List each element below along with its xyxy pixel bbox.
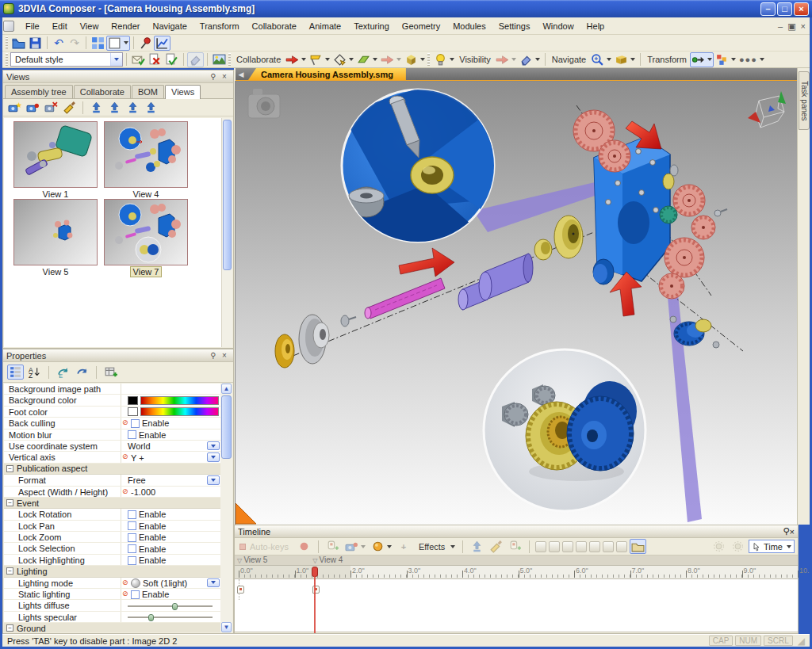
tab-collaborate[interactable]: Collaborate (74, 85, 131, 98)
collapse-icon[interactable]: − (6, 499, 13, 506)
dropdown-arrow-icon[interactable] (207, 578, 220, 587)
tab-views[interactable]: Views (165, 85, 201, 99)
callout-annotation-button[interactable] (308, 52, 331, 67)
timeline-ghost-button[interactable] (507, 539, 523, 554)
refresh-properties-button[interactable] (74, 365, 90, 380)
effect-ball-button[interactable] (370, 539, 393, 554)
menu-render[interactable]: Render (105, 19, 146, 33)
properties-close-icon[interactable]: × (219, 351, 230, 360)
remove-style-button[interactable] (147, 52, 163, 67)
collapse-icon[interactable]: − (6, 624, 13, 632)
translate-tool-button[interactable] (690, 52, 714, 67)
effects-menu-button[interactable]: Effects (414, 539, 457, 554)
marker-mode-button[interactable] (630, 539, 646, 554)
explode-box-button[interactable] (613, 52, 637, 67)
properties-scrollbar-thumb[interactable] (221, 395, 232, 459)
menu-edit[interactable]: Edit (46, 19, 74, 33)
dropdown-arrow-icon[interactable] (207, 452, 220, 461)
go-to-start-icon[interactable] (535, 541, 546, 552)
checkbox[interactable] (128, 556, 136, 565)
properties-pin-icon[interactable]: ⚲ (208, 351, 219, 360)
mdi-minimize-icon[interactable]: – (778, 21, 783, 32)
view-thumbnail[interactable] (13, 121, 98, 188)
resize-grip[interactable]: ◢ (798, 636, 805, 647)
tab-bom[interactable]: BOM (132, 85, 164, 98)
timeline-view-marker[interactable]: ▽ View 5 (237, 555, 267, 564)
timeline-marker-row[interactable]: ▽ View 5▽ View 4 (235, 555, 798, 566)
property-slider[interactable] (128, 602, 213, 610)
color-gradient-bar[interactable] (140, 407, 219, 416)
part-yellow-spacer[interactable] (534, 239, 552, 260)
goto-first-view-button[interactable] (88, 100, 105, 115)
minimize-button[interactable]: – (760, 2, 776, 16)
scroll-down-icon[interactable]: ▼ (221, 622, 232, 632)
goto-last-view-button[interactable] (143, 100, 159, 115)
property-text-value[interactable]: -1.000 (131, 487, 155, 497)
zoom-tool-button[interactable] (589, 52, 613, 67)
update-view-button[interactable] (25, 100, 41, 115)
step-forward-icon[interactable] (589, 541, 600, 552)
camera-key-button[interactable] (343, 539, 367, 554)
play-icon[interactable] (562, 541, 573, 552)
scroll-up-icon[interactable]: ▲ (221, 384, 232, 394)
views-scrollbar[interactable] (221, 118, 232, 347)
neutral-style-button[interactable] (187, 52, 204, 67)
visibility-arrow-button[interactable] (494, 52, 518, 67)
set-key-button[interactable] (324, 539, 341, 554)
checkbox[interactable] (128, 533, 136, 542)
keyframe-icon[interactable] (237, 586, 244, 594)
timeline-pin-icon[interactable]: ⚲ (783, 526, 790, 536)
viewport-3d-scene[interactable] (236, 82, 797, 525)
reset-property-button[interactable] (55, 365, 71, 380)
checkbox[interactable] (128, 510, 136, 519)
maximize-button[interactable]: □ (777, 2, 792, 16)
capture-image-button[interactable] (211, 52, 228, 67)
view-thumbnail-label[interactable]: View 5 (13, 267, 98, 277)
undo-button[interactable]: ↶ (51, 36, 67, 51)
transform-axes-button[interactable] (714, 52, 737, 67)
part-yellow-bearing[interactable] (554, 216, 583, 258)
view-thumbnail[interactable] (13, 199, 98, 265)
go-to-end-icon[interactable] (603, 541, 614, 552)
render-keys-2-icon[interactable] (730, 539, 746, 554)
collapse-icon[interactable]: − (6, 465, 13, 472)
menu-modules[interactable]: Modules (446, 19, 492, 33)
slider-thumb[interactable] (148, 614, 154, 621)
color-swatch[interactable] (128, 396, 138, 405)
goto-next-view-button[interactable] (124, 100, 141, 115)
part-gold-disc[interactable] (275, 334, 294, 368)
color-swatch[interactable] (128, 407, 138, 416)
views-pin-icon[interactable]: ⚲ (208, 72, 219, 81)
timeline-filter-button[interactable] (469, 539, 485, 554)
menu-collaborate[interactable]: Collaborate (246, 19, 303, 33)
checkbox[interactable] (131, 590, 140, 599)
pause-icon[interactable] (576, 541, 587, 552)
collapse-icon[interactable]: − (6, 567, 13, 575)
view-thumbnail-label[interactable]: View 4 (104, 189, 188, 199)
view-thumbnail-label[interactable]: View 7 (104, 267, 188, 277)
linked-arrow-button[interactable] (379, 52, 403, 67)
open-button[interactable] (10, 36, 27, 51)
add-property-button[interactable] (102, 365, 119, 380)
color-gradient-bar[interactable] (140, 396, 219, 405)
view-thumbnail[interactable] (104, 121, 188, 188)
menu-texturing[interactable]: Texturing (347, 19, 396, 33)
goto-previous-view-button[interactable] (106, 100, 123, 115)
loop-icon[interactable] (616, 541, 627, 552)
render-mode-button[interactable] (106, 36, 130, 51)
timeline-tracks[interactable] (235, 579, 798, 632)
menu-settings[interactable]: Settings (492, 19, 537, 33)
views-scrollbar-thumb[interactable] (223, 120, 232, 270)
render-keys-icon[interactable] (710, 539, 727, 554)
mdi-restore-icon[interactable]: ▣ (787, 21, 795, 32)
bom-cube-button[interactable] (403, 52, 427, 67)
alphabetical-sort-button[interactable] (26, 365, 43, 380)
tab-scroll-left-icon[interactable]: ◀ (236, 71, 247, 80)
menu-help[interactable]: Help (580, 19, 611, 33)
hotspot-bulb-button[interactable] (432, 52, 456, 67)
properties-scrollbar[interactable]: ▲ ▼ (220, 384, 232, 632)
menu-transform[interactable]: Transform (193, 19, 246, 33)
delete-view-button[interactable] (43, 100, 59, 115)
timeline-ruler[interactable]: 0.0"1.0"2.0"3.0"4.0"5.0"6.0"7.0"8.0"9.0"… (235, 566, 798, 579)
task-panes-tab[interactable]: Task panes (799, 71, 810, 130)
